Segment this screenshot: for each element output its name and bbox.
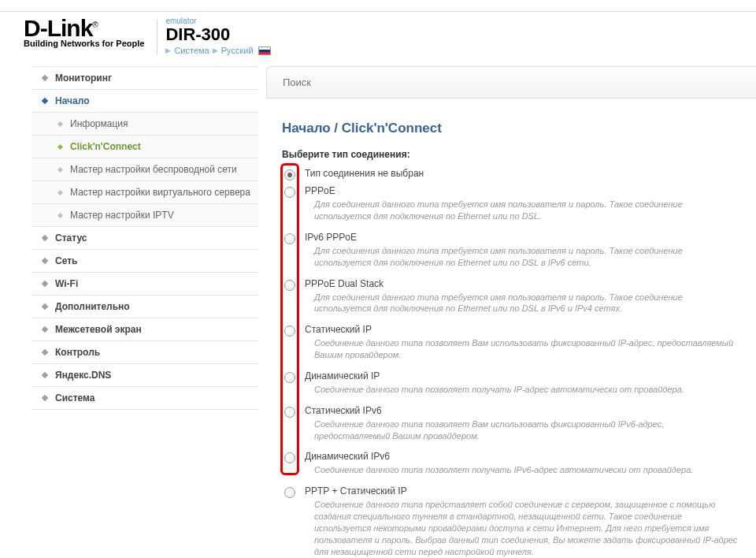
option-label: Динамический IP (305, 370, 740, 381)
submenu-item-1[interactable]: Click'n'Connect (32, 136, 258, 158)
diamond-icon (57, 190, 63, 195)
submenu-item-3[interactable]: Мастер настройки виртуального сервера (32, 181, 258, 204)
flag-ru-icon (258, 46, 271, 55)
option-description: Соединение данного типа позволяет Вам ис… (314, 418, 740, 442)
breadcrumb: ▶ Система ▶ Русский (165, 46, 270, 55)
submenu-item-0[interactable]: Информация (32, 113, 258, 136)
option-description: Соединение данного типа представляет соб… (314, 499, 740, 557)
diamond-icon (57, 167, 63, 173)
connection-radio-3[interactable] (284, 280, 295, 291)
sidebar-item-4[interactable]: Wi-Fi (32, 273, 258, 296)
connection-radio-8[interactable] (284, 487, 295, 498)
sidebar: МониторингНачалоИнформацияClick'n'Connec… (32, 66, 258, 558)
connection-option-7: Динамический IPv6Соединение данного типа… (280, 451, 740, 481)
option-label: Статический IP (305, 324, 740, 335)
submenu-item-label: Мастер настройки беспроводной сети (70, 164, 237, 175)
sidebar-item-label: Начало (55, 95, 89, 106)
diamond-icon (42, 258, 48, 264)
sidebar-item-5[interactable]: Дополнительно (32, 296, 258, 318)
diamond-icon (57, 121, 63, 127)
option-description: Соединение данного типа позволяет получа… (314, 384, 740, 396)
sidebar-item-label: Система (55, 392, 95, 404)
sidebar-item-label: Контроль (55, 347, 100, 358)
connection-option-8: PPTP + Статический IPСоединение данного … (280, 485, 740, 558)
option-description: Для соединения данного типа требуется им… (314, 199, 740, 222)
submenu-item-4[interactable]: Мастер настройки IPTV (32, 204, 258, 227)
option-description: Соединение данного типа позволяет Вам ис… (314, 337, 740, 361)
option-label: Динамический IPv6 (305, 451, 740, 462)
diamond-icon (42, 349, 48, 355)
diamond-icon (42, 98, 48, 104)
diamond-icon (57, 144, 63, 150)
diamond-icon (42, 235, 48, 241)
connection-radio-4[interactable] (284, 326, 295, 337)
connection-option-4: Статический IPСоединение данного типа по… (280, 324, 740, 366)
submenu-item-label: Информация (70, 118, 128, 129)
chevron-right-icon: ▶ (165, 46, 171, 54)
connection-option-0: Тип соединения не выбран (280, 168, 740, 180)
diamond-icon (57, 213, 63, 218)
sidebar-item-label: Статус (55, 232, 87, 244)
diamond-icon (42, 303, 48, 310)
crumb-system[interactable]: Система (174, 46, 209, 55)
option-label: PPTP + Статический IP (305, 485, 740, 497)
page-title: Начало / Click'n'Connect (282, 121, 756, 136)
connection-option-2: IPv6 PPPoEДля соединения данного типа тр… (280, 232, 740, 273)
content: Начало / Click'n'Connect Выберите тип со… (266, 66, 756, 558)
option-description: Для соединения данного типа требуется им… (314, 292, 740, 315)
sidebar-item-label: Сеть (55, 255, 77, 266)
connection-option-6: Статический IPv6Соединение данного типа … (280, 405, 740, 447)
sidebar-item-label: Дополнительно (55, 301, 130, 312)
option-label: PPPoE Dual Stack (305, 278, 740, 289)
submenu-item-label: Мастер настройки виртуального сервера (70, 187, 250, 198)
logo: D-Link® (24, 17, 144, 40)
connection-radio-2[interactable] (284, 233, 295, 244)
option-label: Тип соединения не выбран (305, 168, 740, 179)
connection-option-5: Динамический IPСоединение данного типа п… (280, 370, 740, 400)
diamond-icon (42, 281, 48, 287)
sidebar-item-3[interactable]: Сеть (32, 250, 258, 273)
sidebar-item-label: Мониторинг (55, 73, 112, 84)
sidebar-item-1[interactable]: Начало (32, 90, 258, 113)
connection-radio-5[interactable] (284, 372, 295, 383)
sidebar-item-9[interactable]: Система (32, 387, 258, 410)
option-label: PPPoE (305, 185, 740, 196)
crumb-language[interactable]: Русский (221, 46, 254, 55)
connection-type-options: Тип соединения не выбранPPPoEДля соедине… (280, 168, 756, 558)
option-label: Статический IPv6 (305, 405, 740, 416)
chevron-right-icon: ▶ (213, 46, 218, 54)
sidebar-item-0[interactable]: Мониторинг (32, 66, 258, 90)
sidebar-item-2[interactable]: Статус (32, 227, 258, 250)
sidebar-item-6[interactable]: Межсетевой экран (32, 318, 258, 341)
diamond-icon (42, 326, 48, 333)
diamond-icon (42, 395, 48, 401)
option-label: IPv6 PPPoE (305, 232, 740, 243)
header: D-Link® Building Networks for People emu… (0, 12, 756, 55)
search-input[interactable] (266, 66, 756, 99)
sidebar-item-label: Межсетевой экран (55, 324, 142, 335)
logo-block: D-Link® Building Networks for People (24, 17, 144, 48)
connection-radio-1[interactable] (284, 187, 295, 198)
sidebar-item-label: Wi-Fi (55, 278, 78, 289)
diamond-icon (42, 75, 48, 81)
option-description: Соединение данного типа позволяет получа… (314, 464, 740, 476)
connection-radio-7[interactable] (284, 452, 295, 463)
device-model: DIR-300 (165, 25, 270, 44)
sidebar-item-8[interactable]: Яндекс.DNS (32, 364, 258, 387)
connection-radio-6[interactable] (284, 407, 295, 418)
sidebar-item-7[interactable]: Контроль (32, 341, 258, 364)
submenu-item-label: Мастер настройки IPTV (70, 210, 174, 221)
diamond-icon (42, 372, 48, 378)
option-description: Для соединения данного типа требуется им… (314, 245, 740, 269)
submenu-item-label: Click'n'Connect (70, 141, 141, 152)
connection-option-1: PPPoEДля соединения данного типа требует… (280, 185, 740, 227)
connection-option-3: PPPoE Dual StackДля соединения данного т… (280, 278, 740, 320)
submenu-item-2[interactable]: Мастер настройки беспроводной сети (32, 158, 258, 181)
section-label: Выберите тип соединения: (282, 149, 756, 160)
connection-radio-0[interactable] (284, 169, 295, 180)
sidebar-item-label: Яндекс.DNS (55, 370, 111, 381)
header-divider (157, 20, 158, 54)
